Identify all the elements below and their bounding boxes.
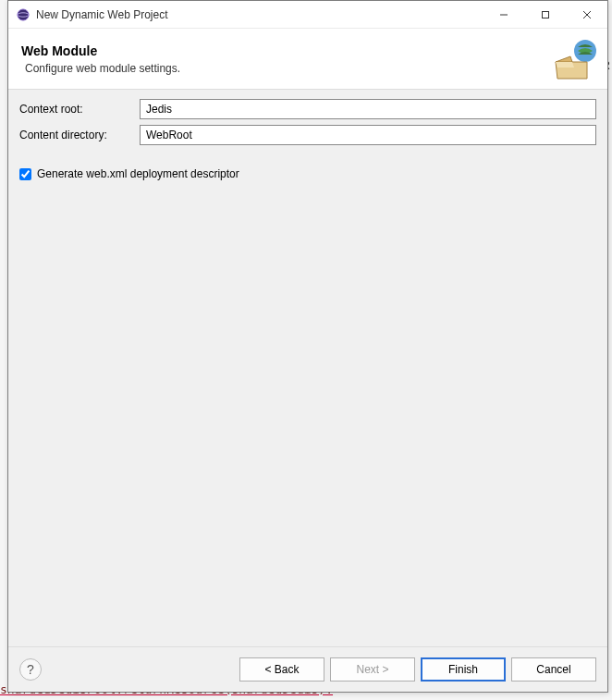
next-button: Next > bbox=[330, 657, 415, 682]
content-directory-row: Content directory: bbox=[19, 125, 596, 145]
close-button[interactable] bbox=[566, 1, 607, 29]
eclipse-icon bbox=[16, 7, 31, 22]
content-directory-input[interactable] bbox=[140, 125, 596, 145]
maximize-button[interactable] bbox=[524, 1, 566, 29]
page-title: Web Module bbox=[21, 43, 180, 58]
context-root-input[interactable] bbox=[140, 99, 596, 119]
window-title: New Dynamic Web Project bbox=[36, 8, 483, 21]
page-subtitle: Configure web module settings. bbox=[25, 62, 180, 75]
context-root-label: Context root: bbox=[19, 103, 140, 116]
wizard-header: Web Module Configure web module settings… bbox=[8, 29, 607, 90]
finish-button[interactable]: Finish bbox=[421, 657, 506, 682]
generate-webxml-row: Generate web.xml deployment descriptor bbox=[19, 167, 596, 180]
help-icon: ? bbox=[27, 662, 34, 677]
generate-webxml-label[interactable]: Generate web.xml deployment descriptor bbox=[37, 167, 239, 180]
svg-rect-4 bbox=[542, 12, 548, 18]
generate-webxml-checkbox[interactable] bbox=[19, 168, 31, 180]
back-button[interactable]: < Back bbox=[239, 657, 324, 682]
minimize-button[interactable] bbox=[483, 1, 524, 29]
content-directory-label: Content directory: bbox=[19, 129, 140, 141]
cancel-button[interactable]: Cancel bbox=[511, 657, 596, 682]
wizard-content: Context root: Content directory: Generat… bbox=[8, 90, 607, 647]
context-root-row: Context root: bbox=[19, 99, 596, 119]
window-controls bbox=[483, 1, 607, 28]
titlebar[interactable]: New Dynamic Web Project bbox=[8, 1, 607, 29]
help-button[interactable]: ? bbox=[19, 658, 42, 681]
wizard-footer: ? < Back Next > Finish Cancel bbox=[8, 647, 607, 692]
wizard-banner-icon bbox=[550, 36, 598, 82]
wizard-dialog: New Dynamic Web Project Web Module Confi… bbox=[7, 0, 608, 693]
